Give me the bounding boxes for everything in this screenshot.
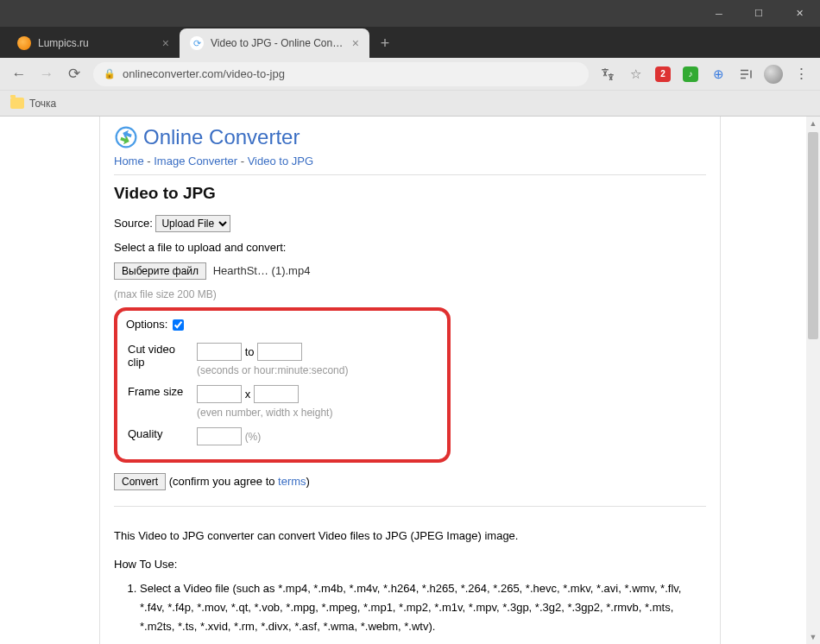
star-icon[interactable]: ☆ — [623, 62, 647, 86]
breadcrumb-video-to-jpg[interactable]: Video to JPG — [248, 155, 313, 167]
address-bar[interactable]: 🔒 onlineconverter.com/video-to-jpg — [93, 62, 589, 86]
options-checkbox[interactable] — [173, 319, 184, 331]
close-button[interactable]: ✕ — [779, 0, 820, 27]
to-label: to — [245, 345, 255, 358]
convert-row: Convert (confirm you agree to terms) — [114, 473, 706, 490]
page-viewport: Online Converter Home - Image Converter … — [0, 117, 820, 644]
tab-title: Lumpics.ru — [38, 37, 155, 49]
max-size-hint: (max file size 200 MB) — [114, 288, 706, 300]
select-file-label: Select a file to upload and convert: — [114, 241, 706, 254]
ext-music-icon[interactable]: ♪ — [678, 62, 703, 86]
howto-heading: How To Use: — [114, 558, 706, 571]
source-label: Source: — [114, 217, 153, 230]
converter-logo-icon — [114, 125, 138, 149]
scrollbar[interactable]: ▲ ▼ — [806, 117, 820, 644]
frame-size-label: Frame size — [128, 382, 195, 422]
window-titlebar: ─ ☐ ✕ — [0, 0, 820, 27]
url-text: onlineconverter.com/video-to-jpg — [123, 67, 285, 80]
cut-hint: (seconds or hour:minute:second) — [197, 364, 348, 376]
favicon-converter-icon: ⟳ — [190, 36, 204, 50]
scrollbar-thumb[interactable] — [808, 132, 818, 339]
options-panel: Options: Cut video clip to (seconds or h… — [114, 307, 451, 463]
x-label: x — [245, 388, 251, 401]
minimize-button[interactable]: ─ — [699, 0, 739, 27]
scroll-up-icon[interactable]: ▲ — [806, 117, 820, 130]
page-title: Video to JPG — [114, 184, 706, 203]
brand-name: Online Converter — [143, 125, 300, 149]
choose-file-button[interactable]: Выберите файл — [114, 262, 206, 280]
selected-filename: HearthSt… (1).mp4 — [213, 264, 311, 277]
site-logo[interactable]: Online Converter — [114, 125, 706, 149]
breadcrumb-home[interactable]: Home — [114, 155, 144, 167]
breadcrumb: Home - Image Converter - Video to JPG — [114, 155, 706, 167]
frame-height-input[interactable] — [254, 385, 299, 403]
menu-button[interactable]: ⋮ — [789, 62, 813, 86]
file-row: Выберите файл HearthSt… (1).mp4 — [114, 262, 706, 280]
tab-title: Video to JPG - Online Converter — [211, 37, 345, 49]
tab-onlineconverter[interactable]: ⟳ Video to JPG - Online Converter × — [180, 28, 369, 58]
translate-icon[interactable] — [596, 62, 620, 86]
new-tab-button[interactable]: + — [373, 31, 397, 55]
bookmarks-bar: Точка — [0, 91, 820, 117]
tab-close-icon[interactable]: × — [352, 36, 359, 50]
options-label: Options: — [126, 318, 167, 331]
ext-shield-icon[interactable]: 2 — [651, 62, 675, 86]
bookmark-item[interactable]: Точка — [29, 98, 56, 110]
tab-close-icon[interactable]: × — [162, 36, 169, 50]
lock-icon: 🔒 — [104, 68, 116, 79]
tab-strip: Lumpics.ru × ⟳ Video to JPG - Online Con… — [0, 27, 820, 58]
ext-globe-icon[interactable]: ⊕ — [706, 62, 730, 86]
scroll-down-icon[interactable]: ▼ — [806, 630, 820, 644]
reading-list-icon[interactable] — [734, 62, 758, 86]
browser-toolbar: ← → ⟳ 🔒 onlineconverter.com/video-to-jpg… — [0, 58, 820, 91]
profile-avatar[interactable] — [761, 62, 785, 86]
breadcrumb-image-converter[interactable]: Image Converter — [154, 155, 237, 167]
quality-input[interactable] — [197, 427, 242, 445]
terms-link[interactable]: terms — [278, 475, 306, 488]
back-button[interactable]: ← — [7, 62, 31, 86]
favicon-lumpics-icon — [17, 36, 31, 50]
source-select[interactable]: Upload File — [155, 215, 230, 232]
maximize-button[interactable]: ☐ — [739, 0, 779, 27]
convert-button[interactable]: Convert — [114, 473, 166, 490]
quality-label: Quality — [128, 424, 195, 449]
howto-step: Select a Video file (such as *.mp4, *.m4… — [140, 579, 706, 636]
folder-icon — [10, 98, 24, 109]
frame-hint: (even number, width x height) — [197, 407, 348, 419]
cut-from-input[interactable] — [197, 343, 242, 361]
reload-button[interactable]: ⟳ — [62, 62, 86, 86]
forward-button[interactable]: → — [35, 62, 59, 86]
description: This Video to JPG converter can convert … — [114, 527, 706, 546]
source-row: Source: Upload File — [114, 215, 706, 232]
cut-to-input[interactable] — [257, 343, 302, 361]
quality-pct: (%) — [245, 431, 262, 443]
tab-lumpics[interactable]: Lumpics.ru × — [7, 28, 180, 58]
howto-list: Select a Video file (such as *.mp4, *.m4… — [114, 579, 706, 644]
cut-video-label: Cut video clip — [128, 339, 195, 380]
frame-width-input[interactable] — [197, 385, 242, 403]
page-content: Online Converter Home - Image Converter … — [99, 117, 721, 644]
